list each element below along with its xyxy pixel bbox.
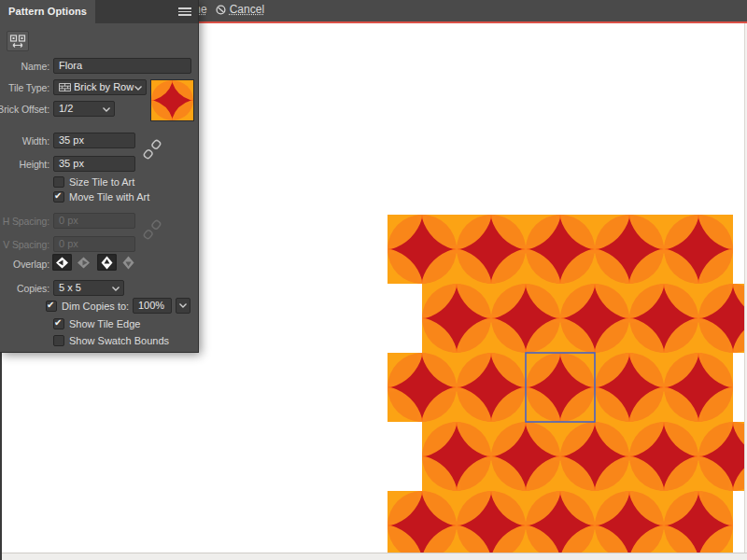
overlap-bottom-in-front-button[interactable] bbox=[119, 254, 138, 271]
pattern-row bbox=[422, 422, 744, 491]
dim-copies-checkbox[interactable]: ✔ bbox=[46, 301, 57, 312]
pattern-row bbox=[388, 215, 733, 284]
h-spacing-input: 0 px bbox=[53, 213, 135, 229]
top-in-front-icon bbox=[101, 256, 113, 270]
cancel-label: Cancel bbox=[230, 3, 264, 16]
v-spacing-label: V Spacing: bbox=[3, 239, 49, 250]
show-swatch-bounds-label: Show Swatch Bounds bbox=[69, 335, 169, 346]
brick-offset-label: Brick Offset: bbox=[0, 104, 49, 115]
pattern-preview-artwork[interactable] bbox=[374, 205, 747, 560]
overlap-label: Overlap: bbox=[13, 259, 49, 270]
copies-label: Copies: bbox=[17, 283, 49, 294]
chevron-down-icon bbox=[103, 107, 110, 112]
show-tile-edge-checkbox[interactable]: ✔ bbox=[53, 318, 64, 329]
name-input[interactable]: Flora bbox=[53, 58, 191, 74]
copies-value: 5 x 5 bbox=[59, 282, 81, 293]
brick-offset-value: 1/2 bbox=[59, 103, 73, 114]
pattern-tile-icon bbox=[9, 35, 26, 49]
width-input[interactable]: 35 px bbox=[53, 133, 135, 148]
width-label: Width: bbox=[22, 135, 49, 147]
left-in-front-icon bbox=[55, 257, 69, 269]
chevron-down-icon bbox=[112, 287, 120, 291]
pattern-row bbox=[388, 353, 733, 422]
dim-copies-value-field[interactable]: 100% bbox=[133, 298, 172, 314]
overlap-right-in-front-button[interactable] bbox=[74, 254, 93, 271]
pattern-row bbox=[388, 491, 733, 560]
panel-tab[interactable]: Pattern Options bbox=[0, 0, 95, 23]
edit-pattern-tile-button[interactable] bbox=[7, 31, 29, 51]
h-spacing-label: H Spacing: bbox=[3, 216, 49, 227]
canvas-bottom-strip bbox=[0, 553, 747, 560]
name-label: Name: bbox=[21, 61, 49, 72]
panel-menu-icon[interactable] bbox=[178, 7, 191, 16]
tile-type-value: Brick by Row bbox=[74, 81, 134, 92]
right-in-front-icon bbox=[77, 257, 91, 269]
link-dimensions-icon[interactable] bbox=[143, 137, 162, 163]
link-spacing-icon-disabled bbox=[143, 217, 162, 244]
height-input[interactable]: 35 px bbox=[53, 156, 135, 172]
dim-copies-label: Dim Copies to: bbox=[62, 301, 129, 312]
show-swatch-bounds-checkbox[interactable]: ✔ bbox=[53, 335, 64, 346]
pattern-swatch-preview bbox=[150, 79, 194, 121]
tile-type-dropdown[interactable]: Brick by Row bbox=[53, 79, 147, 95]
dim-copies-chevron-button[interactable] bbox=[176, 298, 190, 314]
chevron-down-icon bbox=[134, 86, 142, 91]
height-label: Height: bbox=[19, 159, 49, 170]
pattern-row bbox=[422, 284, 744, 353]
brick-offset-dropdown[interactable]: 1/2 bbox=[53, 101, 115, 117]
cancel-button[interactable]: Cancel bbox=[216, 3, 264, 16]
bottom-in-front-icon bbox=[122, 256, 134, 270]
move-tile-with-art-label: Move Tile with Art bbox=[69, 191, 149, 203]
check-icon: ✔ bbox=[54, 191, 63, 201]
show-tile-edge-label: Show Tile Edge bbox=[69, 318, 140, 329]
check-icon: ✔ bbox=[54, 318, 63, 328]
tile-type-label: Tile Type: bbox=[8, 82, 49, 93]
size-tile-to-art-checkbox[interactable]: ✔ bbox=[53, 176, 64, 188]
v-spacing-input: 0 px bbox=[53, 236, 135, 252]
overlap-top-in-front-button[interactable] bbox=[97, 254, 117, 271]
chevron-down-icon bbox=[179, 303, 187, 308]
size-tile-to-art-label: Size Tile to Art bbox=[69, 176, 134, 188]
check-icon: ✔ bbox=[47, 301, 56, 310]
cancel-icon bbox=[216, 5, 226, 15]
panel-header: Pattern Options bbox=[0, 0, 198, 23]
copies-dropdown[interactable]: 5 x 5 bbox=[53, 280, 124, 296]
pattern-options-panel: Pattern Options Name: Flora Tile Type: B… bbox=[0, 0, 198, 352]
brick-by-row-icon bbox=[59, 83, 71, 91]
overlap-left-in-front-button[interactable] bbox=[52, 254, 72, 271]
move-tile-with-art-checkbox[interactable]: ✔ bbox=[53, 191, 64, 203]
